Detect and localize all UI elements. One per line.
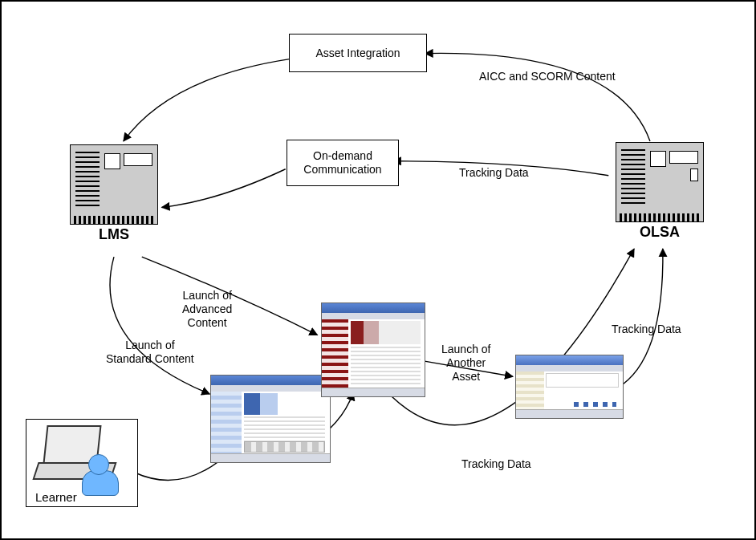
node-label: On-demand Communication: [303, 149, 381, 177]
server-icon: [616, 142, 704, 222]
edge-label-tracking-bottom: Tracking Data: [461, 457, 531, 471]
node-lms-server: LMS: [66, 144, 162, 243]
edge-label-aicc-scorm: AICC and SCORM Content: [479, 70, 616, 83]
node-label: Asset Integration: [315, 47, 400, 60]
node-label: LMS: [66, 226, 162, 243]
edge-label-tracking-right: Tracking Data: [612, 323, 681, 336]
node-learner: Learner: [26, 419, 138, 507]
node-asset-integration: Asset Integration: [289, 34, 427, 72]
node-on-demand-communication: On-demand Communication: [287, 140, 399, 186]
server-icon: [70, 144, 158, 225]
edge-label-launch-standard: Launch of Standard Content: [106, 339, 194, 366]
node-standard-content-window: [210, 375, 331, 463]
node-label: Learner: [35, 490, 77, 504]
node-advanced-content-window: [321, 302, 425, 397]
node-another-asset-window: [515, 355, 624, 419]
person-icon: [88, 454, 109, 475]
edge-label-tracking-top: Tracking Data: [459, 166, 529, 180]
edge-label-launch-advanced: Launch of Advanced Content: [182, 289, 232, 329]
node-olsa-server: OLSA: [612, 142, 708, 241]
edge-label-launch-another: Launch of Another Asset: [441, 343, 491, 383]
architecture-diagram: Asset Integration On-demand Communicatio…: [0, 0, 756, 540]
node-label: OLSA: [612, 224, 708, 241]
